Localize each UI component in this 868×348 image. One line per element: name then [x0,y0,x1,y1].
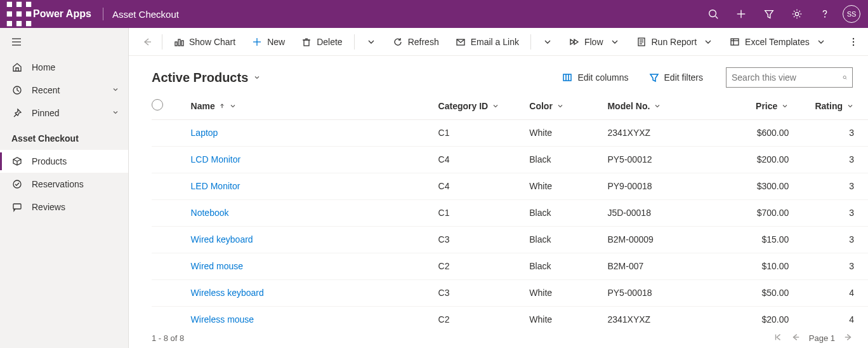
name-cell[interactable]: LED Monitor [191,173,438,199]
svg-line-11 [716,17,718,19]
model-cell: B2M-007 [607,253,725,279]
col-header-name[interactable]: Name [191,93,438,119]
sidebar-item-recent[interactable]: Recent [0,79,128,102]
col-header-category[interactable]: Category ID [438,93,530,119]
row-select-cell[interactable] [152,226,191,253]
price-cell: $50.00 [725,279,803,306]
row-select-cell[interactable] [152,199,191,226]
row-select-cell[interactable] [152,306,191,328]
more-commands-button[interactable] [844,37,863,47]
name-cell[interactable]: Wireless mouse [191,306,438,328]
rating-cell: 3 [803,253,868,279]
price-cell: $200.00 [725,146,803,173]
table-row[interactable]: Wireless keyboardC3WhitePY5-00018$50.004 [152,279,868,306]
col-header-price[interactable]: Price [725,93,803,119]
svg-point-42 [853,44,854,45]
model-cell: 2341XYXZ [607,306,725,328]
check-circle-icon [11,179,23,189]
run-report-button[interactable]: Run Report [630,28,720,55]
brand-label[interactable]: Power Apps [33,8,102,20]
delete-dropdown[interactable] [360,28,383,55]
sidebar-item-label: Pinned [32,108,60,118]
name-cell[interactable]: Wireless keyboard [191,279,438,306]
name-cell[interactable]: Wired keyboard [191,226,438,253]
filter-icon[interactable] [755,0,783,28]
sidebar-item-home[interactable]: Home [0,56,128,79]
edit-columns-button[interactable]: Edit columns [557,72,633,83]
col-header-model[interactable]: Model No. [607,93,725,119]
email-link-button[interactable]: Email a Link [449,28,525,55]
table-row[interactable]: LaptopC1White2341XYXZ$600.003 [152,119,868,146]
edit-filters-button[interactable]: Edit filters [644,72,708,83]
cmd-label: Flow [584,37,603,47]
col-header-rating[interactable]: Rating [803,93,868,119]
search-box[interactable] [726,67,853,88]
name-cell[interactable]: LCD Monitor [191,146,438,173]
rating-cell: 3 [803,146,868,173]
col-label: Rating [815,101,843,111]
hamburger-icon[interactable] [0,28,128,56]
table-row[interactable]: Wireless mouseC2White2341XYXZ$20.004 [152,306,868,328]
search-icon [843,72,847,83]
name-cell[interactable]: Notebook [191,199,438,226]
back-button[interactable] [138,37,157,47]
app-launcher-icon[interactable] [5,0,33,28]
table-row[interactable]: LED MonitorC4WhitePY9-00018$300.003 [152,173,868,199]
email-link-dropdown[interactable] [536,28,559,55]
svg-rect-43 [563,74,571,81]
select-all-header[interactable] [152,93,191,119]
env-label[interactable]: Asset Checkout [112,9,179,20]
row-select-cell[interactable] [152,173,191,199]
prev-page-button[interactable] [791,333,800,344]
color-cell: White [529,119,607,146]
svg-point-21 [13,180,21,188]
table-row[interactable]: Wired mouseC2BlackB2M-007$10.003 [152,253,868,279]
cmd-label: Show Chart [189,37,235,47]
sidebar-item-pinned[interactable]: Pinned [0,102,128,124]
search-icon[interactable] [699,0,727,28]
excel-templates-button[interactable]: Excel Templates [723,28,832,55]
price-cell: $20.00 [725,306,803,328]
col-header-color[interactable]: Color [529,93,607,119]
divider [103,8,103,20]
search-input[interactable] [732,72,843,83]
next-page-button[interactable] [844,333,853,344]
refresh-button[interactable]: Refresh [386,28,445,55]
chevron-down-icon [556,102,564,110]
name-cell[interactable]: Laptop [191,119,438,146]
svg-rect-29 [304,40,309,46]
svg-rect-25 [178,39,180,46]
price-cell: $10.00 [725,253,803,279]
show-chart-button[interactable]: Show Chart [168,28,242,55]
flow-button[interactable]: Flow [563,28,626,55]
name-cell[interactable]: Wired mouse [191,253,438,279]
delete-button[interactable]: Delete [295,28,348,55]
add-icon[interactable] [727,0,755,28]
category-cell: C3 [438,226,530,253]
cmd-label: Run Report [652,37,697,47]
gear-icon[interactable] [783,0,811,28]
row-select-cell[interactable] [152,253,191,279]
first-page-button[interactable] [773,333,782,344]
new-button[interactable]: New [246,28,291,55]
sidebar-item-reviews[interactable]: Reviews [0,196,128,218]
help-icon[interactable] [811,0,839,28]
model-cell: 2341XYXZ [607,119,725,146]
table-row[interactable]: Wired keyboardC3BlackB2M-00009$15.003 [152,226,868,253]
table-row[interactable]: LCD MonitorC4BlackPY5-00012$200.003 [152,146,868,173]
cmd-label: Refresh [408,37,439,47]
user-avatar[interactable]: SS [843,5,860,23]
sidebar-item-reservations[interactable]: Reservations [0,173,128,196]
sidebar-item-products[interactable]: Products [0,150,128,173]
rating-cell: 3 [803,226,868,253]
model-cell: PY5-00018 [607,279,725,306]
row-select-cell[interactable] [152,119,191,146]
row-select-cell[interactable] [152,279,191,306]
view-title[interactable]: Active Products [152,70,261,85]
rating-cell: 4 [803,279,868,306]
row-select-cell[interactable] [152,146,191,173]
command-bar: Show Chart New Delete Refresh Email a Li… [129,28,868,56]
pager: Page 1 [773,333,853,344]
table-row[interactable]: NotebookC1BlackJ5D-00018$700.003 [152,199,868,226]
checkbox-ring-icon[interactable] [152,99,163,110]
